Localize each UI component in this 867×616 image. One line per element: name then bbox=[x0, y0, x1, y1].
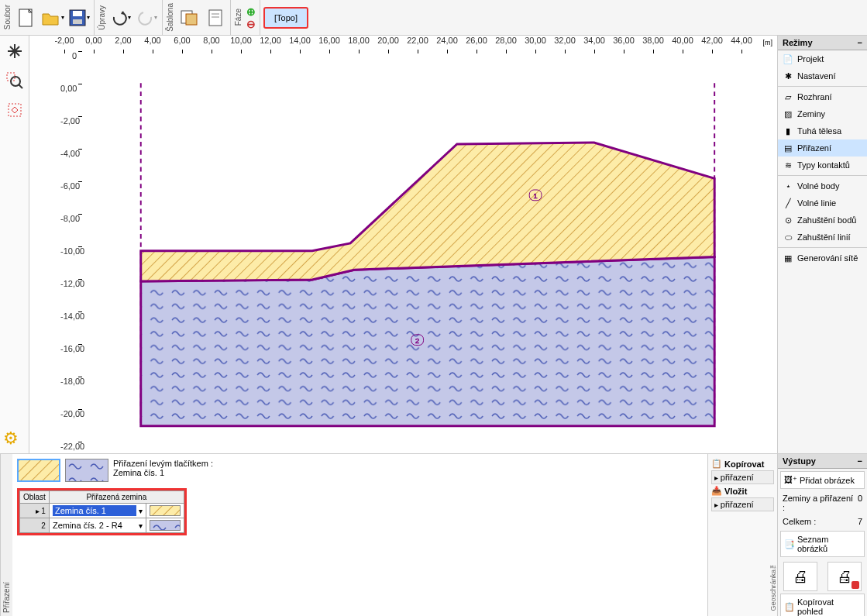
mode-tuhtlesa[interactable]: ▮Tuhá tělesa bbox=[778, 122, 867, 139]
svg-rect-24 bbox=[19, 460, 59, 480]
remove-phase-button[interactable]: ⊖ bbox=[246, 18, 256, 30]
modes-panel: Režimy− 📄Projekt✱Nastavení▱Rozhraní▨Zemi… bbox=[777, 36, 867, 453]
svg-rect-5 bbox=[186, 14, 197, 25]
modes-header: Režimy bbox=[783, 38, 813, 47]
copy-assignment-button[interactable]: ▸ přiřazení bbox=[711, 470, 774, 484]
mode-zahutnlini[interactable]: ⬭Zahuštění linií bbox=[778, 229, 867, 246]
collapse-outputs[interactable]: − bbox=[858, 456, 862, 466]
svg-rect-2 bbox=[73, 11, 82, 16]
mode-zahutnbod[interactable]: ⊙Zahuštění bodů bbox=[778, 212, 867, 229]
assignment-table-highlight: OblastPřiřazená zemina ▸ 1Zemina čís. 1 … bbox=[17, 488, 187, 535]
table-row[interactable]: 2Zemina čís. 2 - R4 ▾ bbox=[20, 518, 184, 533]
copy-header: Kopírovat bbox=[724, 459, 764, 469]
svg-rect-3 bbox=[73, 19, 82, 24]
pan-tool[interactable] bbox=[4, 40, 26, 62]
image-list-button[interactable]: 📑Seznam obrázků bbox=[780, 531, 865, 557]
menu-soubor-label: Soubor bbox=[2, 5, 13, 29]
mode-icon: ✱ bbox=[783, 71, 793, 81]
undo-button[interactable]: ▾ bbox=[108, 5, 134, 31]
mode-rozhran[interactable]: ▱Rozhraní bbox=[778, 88, 867, 105]
copy-view-button[interactable]: 📋Kopírovat pohled bbox=[780, 594, 865, 616]
mode-volnbody[interactable]: ⋆Volné body bbox=[778, 177, 867, 194]
svg-rect-27 bbox=[150, 521, 180, 530]
svg-marker-18 bbox=[141, 257, 714, 426]
soil-select[interactable]: Zemina čís. 1 ▾ bbox=[49, 504, 146, 518]
settings-gear-button[interactable]: ⚙ bbox=[3, 428, 19, 449]
menu-upravy-label: Úpravy bbox=[96, 5, 108, 30]
mode-icon: ▤ bbox=[783, 143, 793, 153]
add-image-button[interactable]: 🖼⁺Přidat obrázek bbox=[780, 471, 865, 489]
ruler-unit: [m] bbox=[763, 39, 773, 46]
soil-select[interactable]: Zemina čís. 2 - R4 ▾ bbox=[49, 518, 146, 533]
bottom-panel-label: Přiřazení bbox=[0, 454, 12, 616]
assignment-panel: Přiřazení levým tlačítkem : Zemina čís. … bbox=[12, 454, 707, 616]
svg-rect-12 bbox=[9, 104, 21, 116]
paste-assignment-button[interactable]: ▸ přiřazení bbox=[711, 497, 774, 511]
assign-hint-line2: Zemina čís. 1 bbox=[113, 468, 213, 477]
new-file-button[interactable] bbox=[13, 5, 40, 31]
ruler-vertical: 00,00-2,00-4,00-6,00-8,00-10,00-12,00-14… bbox=[60, 51, 79, 474]
geoclipboard-panel: 📋Kopírovat ▸ přiřazení 📥Vložit ▸ přiřaze… bbox=[707, 454, 777, 616]
mode-icon: ▦ bbox=[783, 253, 793, 263]
geoclipboard-label: Geoschránka™ bbox=[769, 562, 777, 611]
geometry-plot: 1 2 bbox=[84, 53, 769, 434]
out-row2-value: 7 bbox=[858, 517, 862, 526]
template-button[interactable] bbox=[176, 5, 202, 31]
mode-icon: ▮ bbox=[783, 126, 793, 136]
th-zemina: Přiřazená zemina bbox=[49, 491, 184, 504]
list-icon: 📑 bbox=[784, 539, 795, 549]
add-phase-button[interactable]: ⊕ bbox=[246, 5, 256, 18]
main-toolbar: Soubor ▾ ▾ Úpravy ▾ ▾ Šablona Fáze ⊕ ⊖ [… bbox=[0, 0, 867, 36]
outputs-header: Výstupy bbox=[783, 456, 816, 466]
paste-icon: 📥 bbox=[711, 486, 722, 496]
th-oblast: Oblast bbox=[20, 491, 50, 504]
mode-icon: ≋ bbox=[783, 160, 793, 170]
mode-projekt[interactable]: 📄Projekt bbox=[778, 50, 867, 67]
mode-icon: 📄 bbox=[783, 53, 793, 64]
assignment-table: OblastPřiřazená zemina ▸ 1Zemina čís. 1 … bbox=[19, 490, 184, 533]
mode-icon: ▨ bbox=[783, 108, 793, 119]
extent-tool[interactable] bbox=[4, 99, 26, 121]
mode-icon: ⋆ bbox=[783, 181, 793, 191]
template-page-button[interactable] bbox=[202, 5, 229, 31]
collapse-modes[interactable]: − bbox=[858, 38, 862, 47]
paste-header: Vložit bbox=[724, 487, 747, 496]
open-file-button[interactable]: ▾ bbox=[40, 5, 66, 31]
svg-rect-25 bbox=[66, 459, 108, 481]
svg-marker-19 bbox=[141, 143, 714, 281]
mode-icon: ⊙ bbox=[783, 215, 793, 225]
out-row1-label: Zeminy a přiřazení : bbox=[783, 494, 858, 512]
out-row1-value: 0 bbox=[858, 494, 862, 512]
assign-hint-line1: Přiřazení levým tlačítkem : bbox=[113, 459, 213, 468]
copy-view-icon: 📋 bbox=[784, 602, 795, 612]
soil-swatch-1[interactable] bbox=[17, 459, 60, 482]
ruler-horizontal: -2,000,002,004,006,008,0010,0012,0014,00… bbox=[29, 36, 777, 51]
menu-sablona-label: Šablona bbox=[164, 3, 176, 32]
mode-zeminy[interactable]: ▨Zeminy bbox=[778, 105, 867, 122]
menu-faze-label: Fáze bbox=[232, 9, 244, 26]
svg-line-11 bbox=[19, 84, 22, 88]
svg-rect-6 bbox=[209, 10, 222, 26]
mode-icon: ▱ bbox=[783, 91, 793, 102]
mode-generovnst[interactable]: ▦Generování sítě bbox=[778, 249, 867, 267]
print-button[interactable]: 🖨 bbox=[783, 562, 817, 591]
mode-nastaven[interactable]: ✱Nastavení bbox=[778, 67, 867, 84]
topo-phase-button[interactable]: [Topo] bbox=[263, 7, 308, 29]
copy-icon: 📋 bbox=[711, 459, 722, 469]
save-file-button[interactable]: ▾ bbox=[66, 5, 92, 31]
out-row2-label: Celkem : bbox=[783, 517, 816, 526]
canvas[interactable]: -2,000,002,004,006,008,0010,0012,0014,00… bbox=[29, 36, 777, 453]
outputs-panel: Výstupy− 🖼⁺Přidat obrázek Zeminy a přiřa… bbox=[777, 454, 867, 616]
svg-text:2: 2 bbox=[415, 336, 419, 345]
left-toolbar bbox=[0, 36, 29, 453]
soil-swatch-2[interactable] bbox=[65, 459, 108, 482]
table-row[interactable]: ▸ 1Zemina čís. 1 ▾ bbox=[20, 504, 184, 518]
mode-piazen[interactable]: ▤Přiřazení bbox=[778, 139, 867, 157]
redo-button[interactable]: ▾ bbox=[134, 5, 160, 31]
svg-rect-26 bbox=[150, 506, 180, 515]
mode-typykontakt[interactable]: ≋Typy kontaktů bbox=[778, 157, 867, 174]
mode-volnlinie[interactable]: ╱Volné linie bbox=[778, 194, 867, 212]
print-color-button[interactable]: 🖨 bbox=[827, 562, 862, 591]
zoom-tool[interactable] bbox=[4, 70, 26, 91]
svg-text:1: 1 bbox=[533, 191, 537, 200]
